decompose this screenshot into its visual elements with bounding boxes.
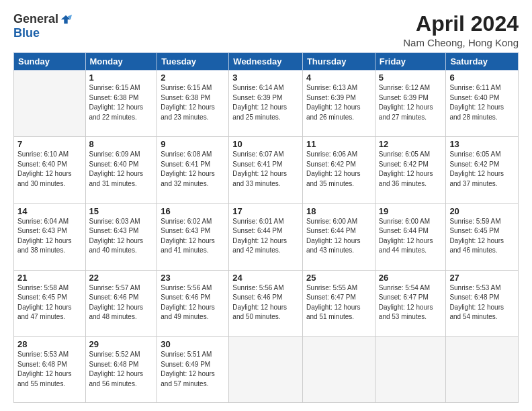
day-number: 11 [306, 139, 371, 149]
calendar-day-cell: 4Sunrise: 6:13 AMSunset: 6:39 PMDaylight… [302, 71, 375, 137]
calendar-day-cell: 18Sunrise: 6:00 AMSunset: 6:44 PMDayligh… [302, 203, 375, 270]
calendar-day-cell: 15Sunrise: 6:03 AMSunset: 6:43 PMDayligh… [85, 203, 157, 270]
day-number: 1 [89, 73, 154, 83]
calendar-day-cell: 19Sunrise: 6:00 AMSunset: 6:44 PMDayligh… [375, 203, 446, 270]
calendar-day-cell: 30Sunrise: 5:51 AMSunset: 6:49 PMDayligh… [157, 337, 229, 403]
day-info: Sunrise: 6:08 AMSunset: 6:41 PMDaylight:… [161, 150, 225, 189]
calendar-day-cell: 17Sunrise: 6:01 AMSunset: 6:44 PMDayligh… [229, 203, 303, 270]
calendar-day-cell: 2Sunrise: 6:15 AMSunset: 6:38 PMDaylight… [157, 71, 229, 137]
day-number: 15 [89, 206, 154, 216]
calendar-day-cell: 27Sunrise: 5:53 AMSunset: 6:48 PMDayligh… [446, 270, 519, 336]
day-info: Sunrise: 6:05 AMSunset: 6:42 PMDaylight:… [379, 150, 443, 189]
calendar-day-cell: 3Sunrise: 6:14 AMSunset: 6:39 PMDaylight… [229, 71, 303, 137]
day-info: Sunrise: 6:09 AMSunset: 6:40 PMDaylight:… [89, 150, 154, 189]
day-info: Sunrise: 5:51 AMSunset: 6:49 PMDaylight:… [161, 350, 225, 389]
month-title: April 2024 [403, 12, 519, 36]
day-info: Sunrise: 6:15 AMSunset: 6:38 PMDaylight:… [89, 83, 154, 122]
header: General Blue April 2024 Nam Cheong, Hong… [13, 12, 519, 48]
day-info: Sunrise: 6:00 AMSunset: 6:44 PMDaylight:… [379, 217, 443, 256]
calendar-day-header: Saturday [446, 53, 519, 71]
calendar-day-cell: 13Sunrise: 6:05 AMSunset: 6:42 PMDayligh… [446, 137, 519, 203]
day-info: Sunrise: 6:14 AMSunset: 6:39 PMDaylight:… [232, 83, 299, 122]
day-number: 18 [306, 206, 371, 216]
calendar-table: SundayMondayTuesdayWednesdayThursdayFrid… [13, 52, 519, 403]
day-number: 8 [89, 139, 154, 149]
day-number: 14 [17, 206, 82, 216]
calendar-week-row: 28Sunrise: 5:53 AMSunset: 6:48 PMDayligh… [14, 337, 519, 403]
day-info: Sunrise: 6:05 AMSunset: 6:42 PMDaylight:… [449, 150, 515, 189]
day-number: 22 [89, 273, 154, 283]
calendar-day-cell [14, 71, 86, 137]
calendar-day-cell: 1Sunrise: 6:15 AMSunset: 6:38 PMDaylight… [85, 71, 157, 137]
day-number: 20 [449, 206, 515, 216]
day-number: 29 [89, 339, 154, 349]
day-number: 3 [232, 73, 299, 83]
day-info: Sunrise: 6:02 AMSunset: 6:43 PMDaylight:… [161, 217, 225, 256]
day-info: Sunrise: 6:15 AMSunset: 6:38 PMDaylight:… [161, 83, 225, 122]
calendar-day-cell: 8Sunrise: 6:09 AMSunset: 6:40 PMDaylight… [85, 137, 157, 203]
day-number: 28 [17, 339, 82, 349]
title-block: April 2024 Nam Cheong, Hong Kong [403, 12, 519, 48]
day-info: Sunrise: 6:13 AMSunset: 6:39 PMDaylight:… [306, 83, 371, 122]
day-number: 2 [161, 73, 225, 83]
calendar-day-cell: 16Sunrise: 6:02 AMSunset: 6:43 PMDayligh… [157, 203, 229, 270]
day-info: Sunrise: 5:56 AMSunset: 6:46 PMDaylight:… [161, 283, 225, 322]
calendar-day-cell: 6Sunrise: 6:11 AMSunset: 6:40 PMDaylight… [446, 71, 519, 137]
day-number: 21 [17, 273, 82, 283]
calendar-week-row: 14Sunrise: 6:04 AMSunset: 6:43 PMDayligh… [14, 203, 519, 270]
calendar-day-cell: 5Sunrise: 6:12 AMSunset: 6:39 PMDaylight… [375, 71, 446, 137]
day-number: 5 [379, 73, 443, 83]
logo-blue-text: Blue [13, 26, 40, 40]
calendar-day-header: Wednesday [229, 53, 303, 71]
day-info: Sunrise: 5:58 AMSunset: 6:45 PMDaylight:… [17, 283, 82, 322]
calendar-day-cell: 20Sunrise: 5:59 AMSunset: 6:45 PMDayligh… [446, 203, 519, 270]
calendar-day-cell: 21Sunrise: 5:58 AMSunset: 6:45 PMDayligh… [14, 270, 86, 336]
day-number: 13 [449, 139, 515, 149]
calendar-day-cell: 11Sunrise: 6:06 AMSunset: 6:42 PMDayligh… [302, 137, 375, 203]
day-info: Sunrise: 5:59 AMSunset: 6:45 PMDaylight:… [449, 217, 515, 256]
day-info: Sunrise: 6:03 AMSunset: 6:43 PMDaylight:… [89, 217, 154, 256]
day-info: Sunrise: 5:54 AMSunset: 6:47 PMDaylight:… [379, 283, 443, 322]
day-number: 7 [17, 139, 82, 149]
logo-bird-icon [60, 13, 72, 26]
calendar-day-cell: 9Sunrise: 6:08 AMSunset: 6:41 PMDaylight… [157, 137, 229, 203]
day-info: Sunrise: 6:01 AMSunset: 6:44 PMDaylight:… [232, 217, 299, 256]
calendar-day-cell: 29Sunrise: 5:52 AMSunset: 6:48 PMDayligh… [85, 337, 157, 403]
day-number: 10 [232, 139, 299, 149]
day-number: 9 [161, 139, 225, 149]
calendar-header-row: SundayMondayTuesdayWednesdayThursdayFrid… [14, 53, 519, 71]
day-info: Sunrise: 6:12 AMSunset: 6:39 PMDaylight:… [379, 83, 443, 122]
logo-general-text: General [13, 12, 58, 26]
day-info: Sunrise: 6:11 AMSunset: 6:40 PMDaylight:… [449, 83, 515, 122]
day-number: 19 [379, 206, 443, 216]
location: Nam Cheong, Hong Kong [403, 37, 519, 48]
day-number: 23 [161, 273, 225, 283]
calendar-day-cell [446, 337, 519, 403]
day-info: Sunrise: 6:04 AMSunset: 6:43 PMDaylight:… [17, 217, 82, 256]
calendar-day-cell: 14Sunrise: 6:04 AMSunset: 6:43 PMDayligh… [14, 203, 86, 270]
day-number: 30 [161, 339, 225, 349]
calendar-day-cell [375, 337, 446, 403]
day-number: 4 [306, 73, 371, 83]
calendar-day-cell: 12Sunrise: 6:05 AMSunset: 6:42 PMDayligh… [375, 137, 446, 203]
day-number: 6 [449, 73, 515, 83]
day-info: Sunrise: 6:07 AMSunset: 6:41 PMDaylight:… [232, 150, 299, 189]
calendar-week-row: 21Sunrise: 5:58 AMSunset: 6:45 PMDayligh… [14, 270, 519, 336]
day-number: 17 [232, 206, 299, 216]
day-number: 26 [379, 273, 443, 283]
day-info: Sunrise: 6:10 AMSunset: 6:40 PMDaylight:… [17, 150, 82, 189]
day-info: Sunrise: 5:53 AMSunset: 6:48 PMDaylight:… [449, 283, 515, 322]
day-number: 24 [232, 273, 299, 283]
day-number: 25 [306, 273, 371, 283]
day-info: Sunrise: 5:57 AMSunset: 6:46 PMDaylight:… [89, 283, 154, 322]
calendar-day-header: Thursday [302, 53, 375, 71]
logo: General Blue [13, 12, 72, 40]
calendar-week-row: 1Sunrise: 6:15 AMSunset: 6:38 PMDaylight… [14, 71, 519, 137]
calendar-day-cell [302, 337, 375, 403]
day-info: Sunrise: 5:52 AMSunset: 6:48 PMDaylight:… [89, 350, 154, 389]
calendar-day-cell: 26Sunrise: 5:54 AMSunset: 6:47 PMDayligh… [375, 270, 446, 336]
calendar-day-cell: 7Sunrise: 6:10 AMSunset: 6:40 PMDaylight… [14, 137, 86, 203]
day-info: Sunrise: 5:53 AMSunset: 6:48 PMDaylight:… [17, 350, 82, 389]
calendar-day-cell: 23Sunrise: 5:56 AMSunset: 6:46 PMDayligh… [157, 270, 229, 336]
calendar-day-cell: 24Sunrise: 5:56 AMSunset: 6:46 PMDayligh… [229, 270, 303, 336]
